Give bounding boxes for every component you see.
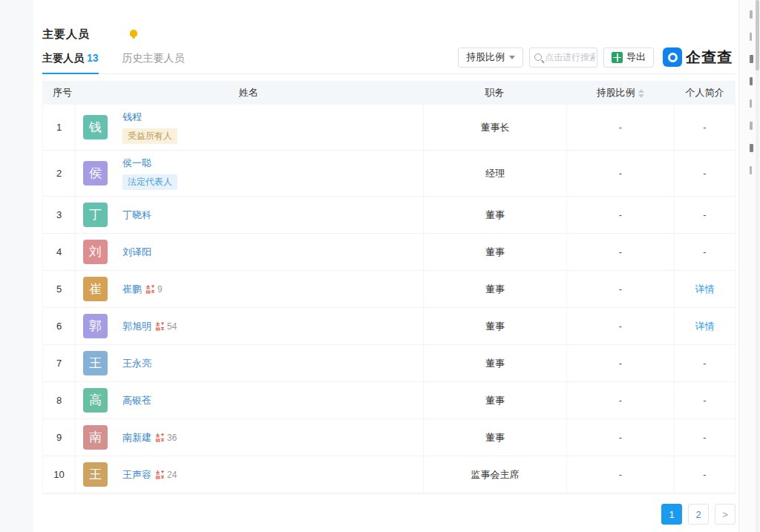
related-companies-icon[interactable]	[155, 433, 165, 442]
shareholding-cell: -	[567, 308, 675, 344]
person-name-link[interactable]: 郭旭明	[122, 320, 151, 333]
profile-cell: 详情	[675, 271, 735, 307]
person-name-link[interactable]: 高银苍	[122, 394, 151, 407]
name-cell: 郭郭旭明54	[75, 308, 424, 344]
profile-cell: -	[675, 105, 735, 150]
tab-key-personnel-count: 13	[87, 52, 99, 64]
name-cell: 高高银苍	[75, 382, 424, 418]
table-row: 6郭郭旭明54董事-详情	[43, 308, 735, 345]
avatar[interactable]: 王	[83, 351, 108, 375]
beneficial-owner-badge: 受益所有人	[122, 128, 177, 144]
person-name-link[interactable]: 丁晓科	[122, 208, 151, 222]
shareholding-filter-dropdown[interactable]: 持股比例	[458, 47, 523, 68]
tab-key-personnel[interactable]: 主要人员13	[42, 52, 99, 74]
sort-icon[interactable]	[638, 89, 644, 98]
position-cell: 董事	[424, 234, 567, 270]
avatar[interactable]: 王	[83, 462, 108, 487]
avatar[interactable]: 高	[83, 388, 108, 413]
table-row: 8高高银苍董事--	[43, 382, 735, 419]
table-body: 1钱钱程受益所有人董事长--2侯侯一聪法定代表人经理--3丁丁晓科董事--4刘刘…	[42, 105, 736, 494]
person-name-link[interactable]: 王永亮	[122, 357, 151, 370]
profile-cell: -	[675, 151, 735, 196]
scrollbar[interactable]	[756, 0, 759, 532]
shareholding-cell: -	[567, 197, 675, 233]
position-cell: 董事	[424, 382, 567, 418]
related-companies-icon[interactable]	[155, 470, 165, 479]
pagination: 1 2 >	[42, 504, 736, 525]
person-name-link[interactable]: 钱程	[122, 111, 142, 124]
profile-cell: -	[675, 345, 735, 381]
toolbar: 持股比例 导出 企查查	[458, 47, 733, 68]
tab-history-personnel[interactable]: 历史主要人员	[122, 52, 185, 73]
person-name-link[interactable]: 王声容	[122, 468, 151, 482]
table-header: 序号 姓名 职务 持股比例 个人简介	[42, 81, 736, 105]
avatar[interactable]: 刘	[83, 240, 108, 264]
related-companies-count: 54	[167, 321, 177, 332]
key-personnel-panel: 主要人员 主要人员13 历史主要人员 持股比例 导出 企查查	[33, 0, 738, 532]
name-cell: 崔崔鹏9	[75, 271, 424, 307]
avatar[interactable]: 钱	[83, 115, 108, 139]
name-cell: 丁丁晓科	[75, 197, 424, 233]
col-header-name: 姓名	[74, 86, 423, 99]
page-button-2[interactable]: 2	[688, 504, 709, 525]
avatar[interactable]: 郭	[83, 314, 108, 338]
search-icon	[534, 53, 542, 61]
shareholding-cell: -	[567, 105, 675, 150]
export-button[interactable]: 导出	[603, 47, 654, 68]
row-index: 2	[43, 151, 75, 196]
shareholding-cell: -	[567, 151, 675, 196]
name-cell: 刘刘译阳	[75, 234, 424, 270]
related-companies-icon[interactable]	[145, 284, 155, 294]
table-row: 9南南新建36董事--	[43, 419, 735, 456]
clipped-text-fragment	[750, 122, 753, 130]
tab-key-personnel-label: 主要人员	[42, 52, 84, 64]
avatar[interactable]: 丁	[83, 203, 108, 227]
avatar[interactable]: 南	[83, 425, 108, 450]
avatar[interactable]: 侯	[83, 161, 108, 185]
position-cell: 董事	[424, 308, 567, 344]
next-page-button[interactable]: >	[715, 504, 736, 525]
col-header-shareholding-label: 持股比例	[597, 87, 635, 98]
table-row: 4刘刘译阳董事--	[43, 234, 735, 271]
name-cell: 侯侯一聪法定代表人	[75, 151, 424, 196]
name-cell: 南南新建36	[75, 419, 424, 456]
table-row: 10王王声容24监事会主席--	[43, 456, 735, 493]
clipped-text-fragment	[750, 33, 752, 41]
shareholding-cell: -	[567, 345, 675, 381]
table-row: 2侯侯一聪法定代表人经理--	[43, 151, 735, 197]
person-name-link[interactable]: 南新建	[122, 431, 151, 444]
tab-history-personnel-label: 历史主要人员	[122, 52, 185, 64]
table-row: 3丁丁晓科董事--	[43, 197, 735, 234]
personnel-table: 序号 姓名 职务 持股比例 个人简介 1钱钱程受益所有人董事长--2侯侯一聪法定…	[42, 81, 736, 494]
row-index: 10	[43, 456, 75, 493]
chevron-down-icon	[509, 56, 515, 59]
related-companies-icon[interactable]	[155, 321, 165, 331]
person-name-link[interactable]: 刘译阳	[122, 246, 151, 259]
export-label: 导出	[626, 50, 646, 64]
excel-icon	[612, 52, 623, 63]
col-header-profile: 个人简介	[674, 86, 736, 99]
clipped-text-fragment	[750, 55, 753, 63]
search-box[interactable]	[529, 47, 597, 68]
profile-cell: -	[675, 419, 735, 456]
profile-detail-link[interactable]: 详情	[695, 320, 715, 333]
row-index: 4	[43, 234, 75, 270]
search-input[interactable]	[545, 52, 595, 62]
related-companies-count: 9	[157, 284, 163, 295]
col-header-shareholding[interactable]: 持股比例	[566, 86, 674, 99]
person-name-link[interactable]: 崔鹏	[122, 283, 142, 296]
related-companies-count: 36	[167, 433, 177, 443]
qichacha-logo[interactable]: 企查查	[663, 47, 733, 68]
row-index: 5	[43, 271, 75, 307]
avatar[interactable]: 崔	[83, 277, 108, 301]
scrollbar-thumb[interactable]	[756, 0, 759, 70]
page-button-1[interactable]: 1	[661, 504, 682, 525]
shareholding-cell: -	[567, 456, 675, 493]
row-index: 9	[43, 419, 75, 456]
qichacha-logo-icon	[663, 47, 682, 67]
position-cell: 董事	[424, 271, 567, 307]
bell-icon[interactable]	[129, 30, 138, 39]
position-cell: 董事	[424, 419, 567, 456]
person-name-link[interactable]: 侯一聪	[122, 157, 151, 170]
profile-detail-link[interactable]: 详情	[695, 283, 715, 296]
